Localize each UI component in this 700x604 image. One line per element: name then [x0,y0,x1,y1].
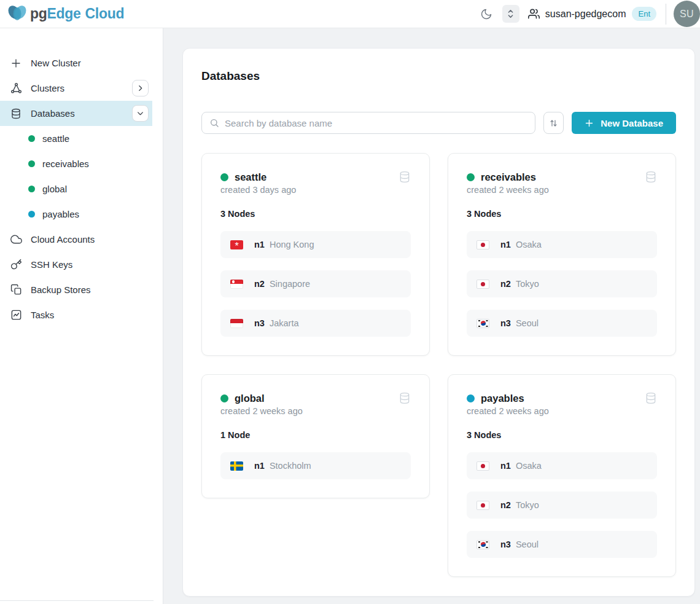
node-city: Seoul [516,318,539,328]
pgedge-heart-icon [6,4,28,25]
node-id: n1 [500,461,511,471]
pgedge-logo[interactable]: pgEdgeCloud [6,4,124,25]
database-cards-grid: seattle created 3 days ago 3 Nodes n1 Ho… [201,153,676,577]
database-name: global [235,393,265,404]
node-row[interactable]: n1 Osaka [467,231,657,258]
new-database-label: New Database [601,118,663,128]
sidebar-item-databases[interactable]: Databases [0,101,152,126]
new-database-button[interactable]: New Database [572,112,676,134]
sidebar-item-backup-stores[interactable]: Backup Stores [0,277,152,302]
flag-icon [476,461,489,471]
node-id: n3 [254,318,265,328]
node-row[interactable]: n2 Tokyo [467,492,657,519]
node-row[interactable]: n3 Seoul [467,310,657,337]
database-name: payables [481,393,524,404]
key-icon [10,259,22,270]
node-row[interactable]: n3 Jakarta [220,310,411,337]
flag-icon [476,319,489,328]
sidebar-item-label: seattle [42,133,69,144]
sidebar-item-label: Clusters [31,83,64,93]
search-icon [209,118,219,128]
status-dot [28,160,35,167]
dark-mode-toggle[interactable] [478,6,495,23]
sidebar-item-ssh-keys[interactable]: SSH Keys [0,252,152,277]
search-input[interactable] [225,118,527,128]
sidebar-item-label: Databases [31,108,75,119]
sidebar-item-db-seattle[interactable]: seattle [0,126,163,151]
database-card-global[interactable]: global created 2 weeks ago 1 Node n1 Sto… [201,374,430,498]
main-content: Databases New Databas [163,28,700,604]
created-label: created 2 weeks ago [467,406,657,416]
database-card-receivables[interactable]: receivables created 2 weeks ago 3 Nodes … [448,153,676,356]
sort-button[interactable] [543,112,564,134]
flag-icon [476,240,489,249]
node-row[interactable]: n1 Osaka [467,452,657,479]
status-dot [467,394,475,402]
flag-icon [230,280,243,289]
database-name: seattle [235,171,266,183]
node-city: Singapore [270,279,310,289]
flag-icon [476,280,489,289]
sidebar-item-db-payables[interactable]: payables [0,202,163,227]
org-switcher-button[interactable] [502,5,519,23]
nodes-count-label: 3 Nodes [220,209,411,219]
sidebar-item-cloud-accounts[interactable]: Cloud Accounts [0,227,152,252]
nodes-count-label: 1 Node [220,430,411,440]
node-id: n3 [500,539,511,549]
node-id: n3 [500,318,511,328]
node-row[interactable]: n2 Tokyo [467,270,657,297]
clusters-expand-button[interactable] [132,80,149,96]
database-card-seattle[interactable]: seattle created 3 days ago 3 Nodes n1 Ho… [201,153,430,356]
node-row[interactable]: n1 Stockholm [220,452,411,479]
account-menu[interactable]: susan-pgedgecom [528,8,626,20]
chevron-down-icon [136,109,144,117]
account-name: susan-pgedgecom [545,9,626,20]
status-dot [467,173,475,181]
copy-icon [10,284,22,296]
created-label: created 2 weeks ago [467,185,657,195]
avatar[interactable]: SU [674,1,700,27]
node-id: n1 [254,461,265,471]
sidebar-item-tasks[interactable]: Tasks [0,302,152,327]
created-label: created 3 days ago [220,185,411,195]
cluster-nodes-icon [10,82,22,94]
flag-icon [230,461,243,471]
chevrons-up-down-icon [506,9,515,19]
activity-icon [10,309,22,321]
node-city: Tokyo [516,279,539,289]
nodes-count-label: 3 Nodes [467,209,657,219]
databases-collapse-button[interactable] [132,105,149,122]
search-box [201,112,535,134]
sidebar-item-db-global[interactable]: global [0,176,163,202]
node-row[interactable]: n1 Hong Kong [220,231,411,258]
sidebar-item-label: Cloud Accounts [31,234,95,245]
sidebar-item-db-receivables[interactable]: receivables [0,151,163,176]
sidebar-item-new-cluster[interactable]: New Cluster [0,50,152,76]
database-name: receivables [481,171,536,183]
plan-badge: Ent [632,7,656,21]
sidebar-item-label: Backup Stores [31,284,91,295]
databases-panel: Databases New Databas [182,48,695,597]
node-row[interactable]: n3 Seoul [467,531,657,558]
header-controls: susan-pgedgecom Ent SU [478,1,700,27]
flag-icon [476,501,489,510]
node-city: Hong Kong [270,240,314,249]
sidebar-item-label: global [42,184,67,194]
sidebar-item-clusters[interactable]: Clusters [0,76,152,101]
created-label: created 2 weeks ago [220,406,411,416]
database-icon [645,171,657,183]
moon-icon [480,8,492,20]
sidebar-item-label: New Cluster [31,58,81,68]
toolbar: New Database [201,112,676,134]
status-dot [220,173,228,181]
status-dot [28,211,35,218]
node-city: Jakarta [270,318,299,328]
chevron-right-icon [136,84,144,92]
flag-icon [230,240,243,249]
node-id: n2 [254,279,265,289]
database-card-payables[interactable]: payables created 2 weeks ago 3 Nodes n1 … [448,374,676,577]
node-city: Tokyo [516,500,539,510]
node-city: Stockholm [270,461,311,471]
database-icon [399,171,411,183]
node-row[interactable]: n2 Singapore [220,270,411,297]
